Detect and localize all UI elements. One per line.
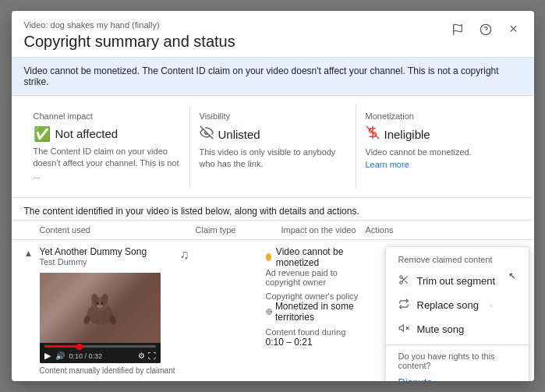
cards-row: Channel impact ✅ Not affected The Conten…	[12, 96, 534, 198]
visibility-value: Unlisted	[200, 125, 346, 143]
visibility-label: Visibility	[200, 111, 346, 121]
actions-menu-header: Remove claimed content	[386, 252, 529, 269]
dispute-section: Do you have rights to this content? Disp…	[386, 348, 529, 381]
svg-line-20	[405, 281, 407, 284]
policy-value: Monetized in some territories	[266, 301, 359, 323]
scissors-icon	[398, 274, 409, 288]
play-button[interactable]: ▶	[44, 351, 51, 361]
svg-point-18	[399, 281, 402, 284]
mute-song-action[interactable]: Mute song	[386, 317, 529, 341]
table-body: ▲ Yet Another Dummy Song Test Dummy	[12, 240, 534, 381]
learn-more-link[interactable]: Learn more	[366, 160, 409, 169]
content-description: The content identified in your video is …	[24, 206, 522, 217]
dispute-link[interactable]: Dispute	[398, 373, 516, 381]
table-header: Content used Claim type Impact on the vi…	[12, 221, 534, 240]
dog-silhouette-icon	[76, 287, 123, 330]
trim-segment-action[interactable]: Trim out segment ↖	[386, 269, 529, 293]
content-section: The content identified in your video is …	[12, 198, 534, 221]
video-controls: ▶ 🔊 0:10 / 0:32 ⚙ ⛶	[40, 343, 161, 363]
replace-song-label: Replace song	[417, 299, 480, 311]
notice-bar: Video cannot be monetized. The Content I…	[12, 58, 534, 96]
song-artist: Test Dummy	[40, 257, 180, 267]
found-value: 0:10 – 0:21	[266, 337, 359, 348]
channel-impact-card: Channel impact ✅ Not affected The Conten…	[24, 105, 190, 188]
th-impact: Impact on the video	[281, 225, 366, 235]
controls-row: ▶ 🔊 0:10 / 0:32 ⚙ ⛶	[44, 351, 156, 361]
trim-segment-label: Trim out segment	[417, 275, 496, 287]
svg-marker-22	[399, 325, 403, 331]
progress-dot	[76, 344, 83, 350]
channel-impact-desc: The Content ID claim on your video doesn…	[34, 146, 180, 182]
check-circle-icon: ✅	[34, 125, 51, 143]
channel-impact-value: ✅ Not affected	[34, 125, 180, 143]
fullscreen-icon[interactable]: ⛶	[148, 351, 156, 360]
orange-dot-icon	[266, 253, 271, 261]
table-row: ▲ Yet Another Dummy Song Test Dummy	[24, 240, 522, 381]
menu-divider	[386, 344, 529, 345]
monetization-desc: Video cannot be monetized.	[366, 147, 512, 158]
th-content-used: Content used	[40, 225, 196, 235]
mute-icon	[398, 323, 409, 336]
flag-button[interactable]	[447, 19, 469, 41]
svg-point-12	[97, 305, 103, 309]
th-claim-type: Claim type	[196, 225, 281, 235]
video-image	[40, 273, 161, 343]
progress-bar[interactable]	[44, 345, 156, 348]
music-icon: ♫	[180, 248, 189, 261]
visibility-card: Visibility Unlisted This video is only v…	[190, 105, 356, 188]
monetization-card: Monetization Ineligible Video cannot be …	[356, 105, 522, 188]
video-thumbnail: ▶ 🔊 0:10 / 0:32 ⚙ ⛶	[40, 273, 161, 363]
svg-point-11	[101, 302, 104, 305]
mute-song-label: Mute song	[417, 323, 465, 335]
monetization-label: Monetization	[366, 111, 512, 121]
external-link-icon: ◦	[490, 301, 493, 310]
copyright-modal: Video: dog shakes my hand (finally) Copy…	[12, 11, 534, 381]
svg-point-10	[97, 302, 99, 305]
impact-title: Video cannot be monetized	[266, 246, 359, 268]
settings-icon[interactable]: ⚙	[138, 351, 145, 360]
manual-label: Content manually identified by claimant	[40, 366, 180, 375]
help-button[interactable]	[475, 19, 497, 41]
song-title: Yet Another Dummy Song	[40, 246, 180, 257]
impact-sub: Ad revenue paid to copyright owner	[266, 268, 359, 287]
modal-overlay: Video: dog shakes my hand (finally) Copy…	[0, 0, 545, 392]
notice-text: Video cannot be monetized. The Content I…	[24, 65, 499, 87]
content-used-cell: Yet Another Dummy Song Test Dummy	[40, 246, 180, 375]
close-button[interactable]: ×	[503, 19, 525, 41]
header-icons: ×	[447, 19, 525, 41]
right-controls: ⚙ ⛶	[138, 351, 156, 360]
dollar-off-icon	[366, 125, 380, 143]
monetization-value: Ineligible	[366, 125, 512, 143]
svg-line-21	[402, 278, 403, 280]
replace-song-action[interactable]: Replace song ◦	[386, 293, 529, 317]
policy-label: Copyright owner's policy	[266, 291, 359, 301]
visibility-desc: This video is only visible to anybody wh…	[200, 147, 346, 171]
replace-icon	[398, 298, 409, 312]
row-chevron[interactable]: ▲	[24, 246, 40, 259]
claim-type-cell: ♫	[180, 246, 266, 262]
channel-impact-label: Channel impact	[34, 111, 180, 121]
actions-menu: Remove claimed content	[385, 246, 529, 381]
dispute-question: Do you have rights to this content?	[398, 351, 516, 370]
volume-icon[interactable]: 🔊	[55, 351, 65, 360]
th-actions: Actions	[366, 225, 522, 235]
modal-header: Video: dog shakes my hand (finally) Copy…	[12, 11, 534, 58]
svg-point-17	[399, 276, 402, 279]
found-label: Content found during	[266, 327, 359, 337]
globe-icon	[266, 307, 272, 316]
eye-off-icon	[200, 125, 214, 143]
progress-fill	[44, 345, 80, 348]
impact-cell: Video cannot be monetized Ad revenue pai…	[266, 246, 366, 348]
time-display: 0:10 / 0:32	[69, 352, 133, 360]
